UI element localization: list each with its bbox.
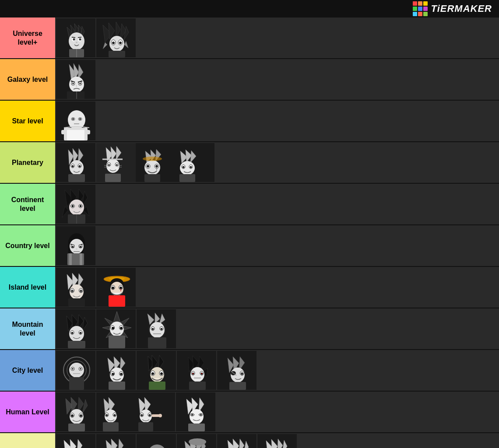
svg-point-271 [158, 414, 162, 417]
char-u3 [137, 434, 176, 448]
svg-rect-232 [189, 382, 206, 390]
svg-point-27 [112, 42, 115, 44]
svg-point-195 [72, 368, 74, 370]
svg-point-88 [147, 165, 149, 168]
tier-label-universe: Universelevel+ [0, 18, 55, 58]
svg-rect-218 [149, 382, 165, 390]
svg-point-9 [73, 38, 75, 41]
char-c5 [217, 351, 257, 390]
svg-point-74 [116, 164, 118, 166]
char-naruto-luffy [96, 143, 214, 182]
svg-rect-198 [69, 377, 84, 390]
char-u1 [56, 434, 95, 448]
char-u4 [177, 434, 216, 448]
tier-content-star [55, 101, 499, 141]
svg-point-320 [189, 438, 206, 445]
svg-point-126 [80, 246, 82, 248]
svg-point-161 [71, 332, 74, 334]
svg-rect-101 [179, 174, 195, 182]
svg-rect-163 [68, 341, 85, 348]
svg-point-277 [190, 409, 204, 424]
tier-row-universe: Universelevel+ [0, 18, 499, 59]
svg-rect-130 [69, 253, 72, 265]
svg-rect-141 [68, 298, 85, 307]
char-h1 [56, 392, 95, 431]
char-h3 [176, 392, 215, 431]
svg-point-92 [143, 157, 162, 161]
svg-point-50 [72, 118, 74, 120]
tier-content-city [55, 350, 499, 391]
char-p1 [56, 143, 95, 182]
char-m1 [56, 309, 95, 348]
svg-point-229 [193, 373, 193, 374]
svg-rect-64 [68, 174, 85, 182]
tier-row-human: Human Level [0, 392, 499, 433]
svg-point-51 [79, 118, 81, 120]
svg-rect-131 [80, 253, 82, 265]
svg-point-268 [141, 414, 143, 416]
svg-point-113 [80, 205, 82, 207]
char-goku [56, 18, 95, 57]
char-saitama [56, 102, 95, 140]
logo-grid [413, 1, 428, 16]
tier-label-galaxy: Galaxy level [0, 59, 55, 100]
tier-label-city: City level [0, 350, 55, 391]
svg-point-260 [106, 414, 108, 416]
svg-point-162 [80, 332, 82, 334]
svg-point-185 [161, 328, 163, 330]
tier-row-galaxy: Galaxy level [0, 59, 499, 101]
svg-point-282 [191, 414, 193, 416]
svg-point-13 [76, 42, 77, 43]
svg-rect-171 [109, 336, 125, 348]
svg-point-169 [112, 327, 114, 329]
svg-point-6 [69, 32, 84, 50]
char-h2 [96, 392, 175, 431]
svg-point-28 [119, 42, 122, 44]
char-u6 [257, 434, 297, 448]
tier-content-universe [55, 18, 499, 58]
tier-label-continent: Continent level [0, 184, 55, 224]
svg-rect-53 [61, 130, 67, 134]
svg-point-40 [79, 83, 81, 84]
logo-text: TiERMAKER [431, 3, 492, 14]
tier-content-country [55, 225, 499, 266]
tier-content-unknown [55, 433, 499, 448]
tier-row-country: Country level [0, 225, 499, 267]
svg-point-39 [72, 83, 74, 84]
svg-point-127 [76, 248, 77, 250]
svg-point-170 [120, 327, 123, 329]
svg-point-99 [183, 166, 185, 168]
char-luffy [96, 268, 136, 307]
svg-point-283 [200, 414, 202, 416]
tier-label-star: Star level [0, 101, 55, 141]
svg-rect-208 [109, 382, 125, 390]
tier-list: Universelevel+ [0, 18, 499, 448]
svg-point-216 [151, 372, 154, 375]
svg-rect-272 [138, 422, 153, 431]
char-m3 [137, 309, 176, 348]
svg-point-230 [201, 373, 202, 374]
tiermaker-logo: TiERMAKER [413, 1, 492, 16]
svg-point-100 [190, 166, 192, 168]
svg-point-207 [120, 373, 123, 375]
tier-label-planetary: Planetary [0, 142, 55, 183]
char-ichigo [56, 60, 95, 99]
char-yugi [96, 18, 136, 57]
char-c3 [137, 351, 176, 390]
svg-point-251 [71, 414, 74, 417]
tier-row-city: City level [0, 350, 499, 392]
char-u5 [217, 434, 257, 448]
svg-point-10 [79, 38, 81, 41]
svg-point-217 [160, 372, 163, 375]
header: TiERMAKER [0, 0, 499, 18]
tier-content-mountain [55, 308, 499, 349]
tier-row-continent: Continent level [0, 184, 499, 225]
svg-point-73 [108, 164, 110, 166]
svg-rect-54 [85, 130, 90, 134]
svg-rect-79 [105, 174, 121, 182]
svg-rect-29 [109, 51, 125, 57]
svg-point-184 [152, 328, 154, 330]
svg-point-252 [80, 414, 82, 417]
svg-rect-47 [67, 130, 84, 140]
tier-row-planetary: Planetary [0, 142, 499, 184]
